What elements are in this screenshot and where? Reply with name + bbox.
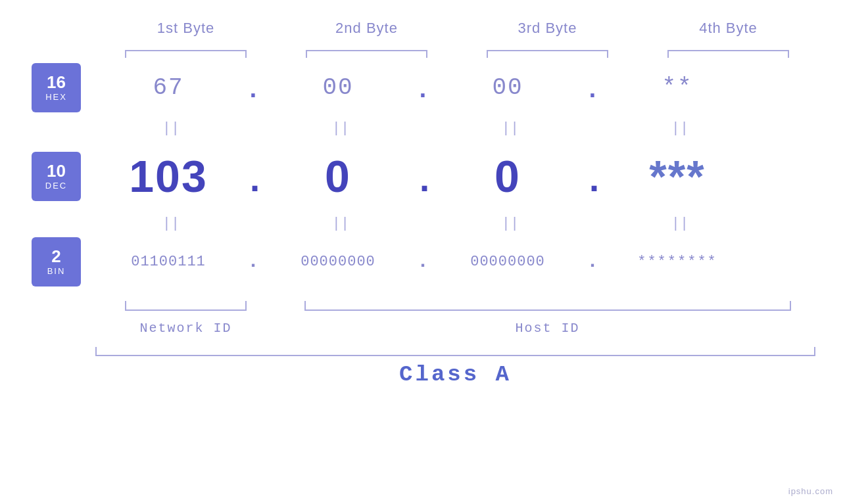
dec-b3: 0 [432,150,583,202]
main-container: 1st Byte 2nd Byte 3rd Byte 4th Byte 16 H… [0,0,845,504]
hex-base-num: 16 [47,73,66,92]
bracket-line-3 [487,50,608,58]
byte-headers: 1st Byte 2nd Byte 3rd Byte 4th Byte [95,12,845,45]
eq2-s3: || [435,216,586,232]
hex-dot2: . [414,76,432,104]
hex-base-label: HEX [45,92,67,102]
class-label-row: Class A [95,356,815,392]
bin-values: 01100111 . 00000000 . 00000000 . *******… [93,250,845,273]
bin-dot1: . [244,250,262,273]
host-id-label: Host ID [276,321,819,336]
bracket-2 [276,50,457,58]
dec-values: 103 . 0 . 0 . *** [93,150,845,202]
eq2-s1: || [95,216,247,232]
eq1-s2: || [265,120,416,137]
bin-row: 2 BIN 01100111 . 00000000 . 00000000 . *… [0,235,845,288]
hex-values: 67 . 00 . 00 . ** [93,74,845,101]
hex-dot1: . [244,76,262,104]
bin-base-label: BIN [47,266,66,276]
byte1-header: 1st Byte [95,20,276,37]
byte3-header: 3rd Byte [457,20,638,37]
dec-base-label: DEC [45,181,67,191]
bin-b4: ******** [602,254,753,270]
bracket-line-2 [306,50,427,58]
equals-row-2: || || || || [95,212,845,235]
eq1-s1: || [95,120,247,137]
full-bracket-row [95,343,845,356]
bracket-4 [638,50,819,58]
bin-b3: 00000000 [432,254,583,270]
hex-row: 16 HEX 67 . 00 . 00 . ** [0,58,845,117]
equals-row-1: || || || || [95,117,845,140]
dec-row: 10 DEC 103 . 0 . 0 . *** [0,140,845,212]
hex-b4: ** [602,74,753,101]
bin-badge: 2 BIN [32,237,81,286]
eq2-s4: || [604,216,756,232]
top-bracket-row [95,45,845,58]
dec-dot1: . [244,161,262,202]
byte4-header: 4th Byte [638,20,819,37]
hex-b2: 00 [262,74,414,101]
hex-b3: 00 [432,74,583,101]
byte2-header: 2nd Byte [276,20,457,37]
bin-dot3: . [583,250,602,273]
dec-badge: 10 DEC [32,152,81,201]
class-label: Class A [399,362,512,387]
eq1-s4: || [604,120,756,137]
bottom-bracket-right [276,301,819,311]
bin-base-num: 2 [51,247,60,266]
full-bracket-line [95,347,815,356]
dec-dot2: . [414,161,432,202]
host-bracket-line [304,301,791,311]
bin-b2: 00000000 [262,254,414,270]
dec-dot3: . [583,161,602,202]
bin-b1: 01100111 [93,254,244,270]
dec-b1: 103 [93,150,244,202]
watermark: ipshu.com [788,486,833,496]
network-id-label: Network ID [95,321,276,336]
eq1-s3: || [435,120,586,137]
bottom-bracket-left [95,301,276,311]
id-labels-row: Network ID Host ID [95,313,845,343]
dec-base-num: 10 [47,162,66,181]
eq2-s2: || [265,216,416,232]
hex-b1: 67 [93,74,244,101]
bracket-line-1 [125,50,247,58]
hex-dot3: . [583,76,602,104]
hex-badge: 16 HEX [32,63,81,112]
dec-b2: 0 [262,150,414,202]
dec-b4: *** [602,150,753,202]
bin-dot2: . [414,250,432,273]
bracket-1 [95,50,276,58]
network-bracket-line [125,301,247,311]
bracket-line-4 [667,50,789,58]
bottom-bracket-area [95,291,845,311]
bracket-3 [457,50,638,58]
